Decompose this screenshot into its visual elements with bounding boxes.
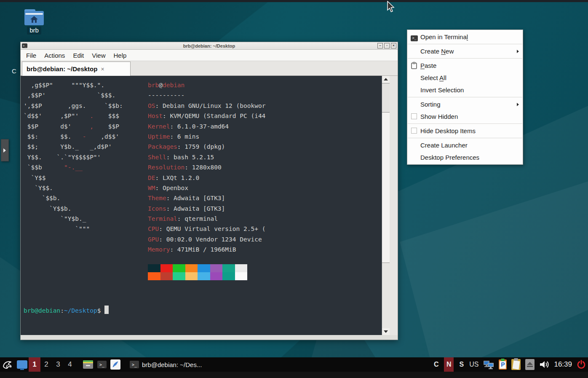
palette-swatch	[185, 264, 198, 272]
menu-help[interactable]: Help	[113, 52, 126, 59]
desktop-context-menu: >_Open in TerminalCreate NewPasteSelect …	[407, 29, 523, 165]
terminal-line: WM: Openbox	[148, 183, 265, 193]
down-arrow-icon	[384, 330, 388, 333]
terminal-line: `$$b.	[24, 193, 123, 203]
menu-separator	[408, 138, 522, 138]
palette-swatch	[148, 272, 160, 280]
minimize-button[interactable]: –	[377, 43, 383, 48]
menu-edit[interactable]: Edit	[73, 52, 84, 59]
clock[interactable]: 16:39	[554, 360, 572, 369]
terminal-tabbar: brb@debian: ~/Desktop ×	[21, 61, 398, 76]
palette-swatch	[210, 272, 223, 280]
taskbar-task-button[interactable]: >_ brb@debian: ~/Des...	[127, 357, 204, 372]
terminal-viewport[interactable]: ,g$$P" """Y$$.". ,$$P' `$$$.',$$P ,ggs. …	[21, 76, 390, 335]
palette-swatch	[198, 272, 210, 280]
menu-item-paste[interactable]: Paste	[407, 59, 523, 72]
terminal-tab[interactable]: brb@debian: ~/Desktop ×	[22, 62, 131, 76]
terminal-scrollbar[interactable]	[382, 76, 390, 335]
terminal-line: `Y$$b.	[24, 204, 123, 214]
palette-swatch	[235, 264, 248, 272]
terminal-line: $$P d$' , $$P	[24, 121, 123, 131]
volume-tray-icon[interactable]	[539, 357, 549, 372]
terminal-line: Host: KVM/QEMU (Standard PC (i44	[148, 111, 265, 121]
palette-swatch	[173, 264, 185, 272]
palette-swatch	[222, 272, 235, 280]
checkbox-hide-desktop-items[interactable]	[411, 128, 417, 134]
menu-item-label: Sorting	[420, 101, 441, 108]
menu-actions[interactable]: Actions	[44, 52, 65, 59]
terminal-line: `"Y$b._	[24, 214, 123, 224]
terminal-line	[24, 234, 123, 244]
menu-item-create-new[interactable]: Create New	[407, 45, 523, 57]
menu-item-label: Paste	[420, 62, 436, 69]
numlock-indicator: N	[444, 357, 454, 372]
partial-desktop-icon-label: C	[12, 67, 16, 75]
file-manager-launcher[interactable]	[81, 357, 95, 372]
network-tray-icon[interactable]	[483, 357, 494, 372]
terminal-line: Theme: Adwaita [GTK3]	[148, 193, 265, 203]
submenu-arrow-icon	[517, 50, 519, 53]
menu-item-hide-desktop-items[interactable]: Hide Desktop Items	[407, 125, 523, 137]
keyboard-layout-indicator[interactable]: US	[469, 361, 478, 368]
terminal-line: Uptime: 6 mins	[148, 131, 265, 142]
speaker-icon	[539, 360, 549, 369]
scrollbar-thumb[interactable]	[382, 83, 390, 113]
workspace-3[interactable]: 3	[52, 357, 64, 372]
menu-item-open-in-terminal[interactable]: >_Open in Terminal	[407, 31, 523, 43]
terminal-launcher[interactable]: >_	[95, 357, 109, 372]
menu-separator	[408, 58, 522, 59]
menu-view[interactable]: View	[92, 52, 105, 59]
terminal-icon: >_	[411, 33, 418, 40]
paste-icon	[411, 62, 418, 69]
terminal-line: ,$$P' `$$$.	[24, 90, 123, 100]
menu-item-label: Invert Selection	[420, 86, 464, 94]
scrollbar-down-button[interactable]	[382, 328, 390, 335]
menu-item-sorting[interactable]: Sorting	[407, 98, 523, 110]
terminal-color-palette	[148, 264, 247, 280]
maximize-button[interactable]: ▫	[384, 43, 390, 48]
palette-swatch	[160, 272, 173, 280]
terminal-line: `$$b "-.__	[24, 162, 123, 172]
menu-item-show-hidden[interactable]: Show Hidden	[407, 110, 523, 123]
workspace-1[interactable]: 1	[29, 357, 40, 372]
menu-file[interactable]: File	[26, 52, 36, 59]
checkbox-show-hidden[interactable]	[411, 113, 417, 119]
show-desktop-button[interactable]	[15, 357, 29, 372]
menu-item-invert-selection[interactable]: Invert Selection	[407, 84, 523, 96]
panel-handle[interactable]	[1, 139, 9, 161]
desktop-icon-brb[interactable]: brb	[21, 9, 47, 35]
terminal-line: Packages: 1759 (dpkg)	[148, 142, 265, 152]
window-titlebar[interactable]: >_ brb@debian: ~/Desktop – ▫ ×	[21, 42, 398, 50]
neofetch-ascii-art: ,g$$P" """Y$$.". ,$$P' `$$$.',$$P ,ggs. …	[24, 80, 123, 255]
terminal-line: Y$$. `.`"Y$$$$P"'	[24, 152, 123, 162]
menu-item-desktop-preferences[interactable]: Desktop Preferences	[407, 151, 523, 164]
capslock-indicator: C	[433, 361, 439, 368]
clipboard-manager-tray-icon[interactable]: P	[499, 357, 507, 372]
text-editor-launcher[interactable]	[109, 357, 122, 372]
screen-bottom-edge	[0, 372, 588, 378]
tab-close-icon[interactable]: ×	[101, 66, 104, 72]
palette-swatch	[198, 264, 210, 272]
close-button[interactable]: ×	[391, 43, 396, 48]
lxqt-menu-button[interactable]	[0, 357, 15, 372]
menu-separator	[408, 123, 522, 124]
menu-item-select-all[interactable]: Select All	[407, 72, 523, 84]
menu-item-create-launcher[interactable]: Create Launcher	[407, 139, 523, 151]
clipboard-tray-icon[interactable]	[511, 357, 521, 372]
file-manager-icon	[83, 360, 93, 369]
terminal-line: `Y$$	[24, 173, 123, 183]
terminal-line	[24, 244, 123, 255]
scrollbar-up-button[interactable]	[382, 76, 390, 83]
power-icon	[577, 360, 586, 369]
menu-item-label: Create Launcher	[420, 142, 468, 149]
terminal-line: $$; Y$b._ _,d$P'	[24, 142, 123, 152]
taskbar: 1234 >_ >_ brb@debian: ~/Des...	[0, 357, 588, 372]
terminal-line: Resolution: 1280x800	[148, 162, 265, 172]
workspace-4[interactable]: 4	[64, 357, 76, 372]
workspace-2[interactable]: 2	[40, 357, 52, 372]
scrollbar-track-lower[interactable]	[382, 263, 390, 328]
removable-media-tray-icon[interactable]	[525, 357, 535, 372]
task-button-label: brb@debian: ~/Des...	[142, 361, 202, 368]
power-button[interactable]	[577, 357, 586, 372]
featherpad-icon	[110, 359, 120, 370]
